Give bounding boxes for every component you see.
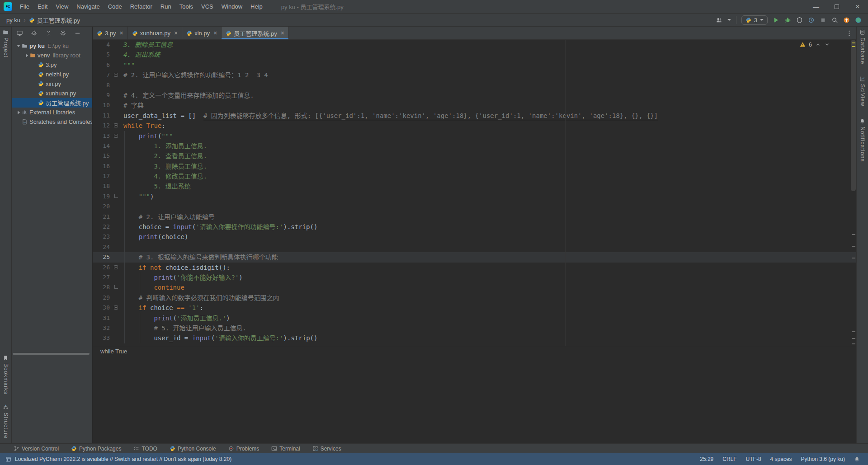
menu-code[interactable]: Code [104,0,126,14]
inspections-widget[interactable]: 6 [800,41,830,48]
menu-vcs[interactable]: VCS [197,0,217,14]
tab-close-icon[interactable]: × [174,29,178,37]
ide-status-orb-icon[interactable] [855,17,862,23]
tab-close-icon[interactable]: × [213,29,217,37]
tool-stripe-button[interactable]: Project [3,29,9,57]
tree-item[interactable]: neizhi.py [12,70,92,79]
horizontal-scrollbar[interactable] [13,353,90,355]
tool-window-button-version-control[interactable]: Version Control [14,446,59,452]
menu-navigate[interactable]: Navigate [72,0,104,14]
tool-window-button-todo[interactable]: TODO [133,446,157,452]
code-line-24[interactable]: 24 [93,242,856,252]
fold-marker-icon[interactable]: − [114,73,118,77]
run-configuration-select[interactable]: 3 [741,15,768,25]
code-line-22[interactable]: 22 choice = input('请输入你要操作的功能编号:').strip… [93,222,856,232]
code-with-me-icon[interactable] [716,17,722,23]
menu-window[interactable]: Window [217,0,246,14]
menu-help[interactable]: Help [246,0,267,14]
code-line-14[interactable]: 14 1. 添加员工信息. [93,141,856,151]
tree-item[interactable]: 3.py [12,60,92,70]
menu-tools[interactable]: Tools [175,0,197,14]
tree-item[interactable]: venvlibrary root [12,51,92,60]
code-line-28[interactable]: 28 continue [93,282,856,292]
view-mode-icon[interactable] [16,30,23,37]
debug-button[interactable] [784,17,791,23]
code-line-31[interactable]: 31 print('添加员工信息.') [93,313,856,323]
code-line-30[interactable]: 30− if choice == '1': [93,303,856,313]
tool-window-button-python-packages[interactable]: Python Packages [71,446,121,452]
tree-item[interactable]: xin.py [12,79,92,89]
tool-stripe-button[interactable]: Database [859,29,866,64]
menu-refactor[interactable]: Refactor [126,0,156,14]
minimize-button[interactable]: — [806,0,826,14]
tool-window-button-terminal[interactable]: Terminal [271,446,300,452]
code-line-32[interactable]: 32 # 5. 开始让用户输入员工信息. [93,323,856,333]
code-line-12[interactable]: 12−while True: [93,121,856,131]
editor-tab[interactable]: xin.py× [182,27,222,39]
stripe-mark[interactable] [852,234,855,235]
ide-message-icon[interactable] [5,456,11,462]
fold-end-icon[interactable] [114,194,118,198]
tool-stripe-button[interactable]: SciView [859,76,866,106]
stop-button[interactable] [820,17,826,23]
locate-file-icon[interactable] [31,30,38,37]
editor-tab[interactable]: 员工管理系统.py× [222,27,289,39]
code-line-21[interactable]: 21 # 2. 让用户输入功能编号 [93,212,856,222]
code-line-15[interactable]: 15 2. 查看员工信息. [93,151,856,161]
editor-breadcrumb[interactable]: while True [93,346,856,357]
code-line-10[interactable]: 10# 字典 [93,100,856,110]
code-line-4[interactable]: 43. 删除员工信息 [93,40,856,50]
menu-edit[interactable]: Edit [33,0,52,14]
code-line-29[interactable]: 29 # 判断输入的数字必须在我们的功能编号范围之内 [93,293,856,303]
code-line-7[interactable]: 7−# 2. 让用户输入它想操作的功能编号：1 2 3 4 [93,70,856,80]
update-available-icon[interactable] [843,17,850,23]
tab-close-icon[interactable]: × [120,29,123,37]
tree-item[interactable]: Scratches and Consoles [12,117,92,127]
next-warning-icon[interactable] [824,42,830,47]
code-line-8[interactable]: 8 [93,80,856,90]
tab-close-icon[interactable]: × [281,29,284,37]
notifications-bell-icon[interactable] [854,456,860,462]
python-interpreter[interactable]: Python 3.6 (py ku) [801,456,845,462]
hide-panel-icon[interactable] [74,30,81,37]
code-line-27[interactable]: 27 print('你能不能好好输入?') [93,272,856,282]
profiler-button[interactable] [808,17,815,23]
stripe-mark[interactable] [852,338,855,339]
code-line-5[interactable]: 54. 退出系统 [93,50,856,60]
code-line-13[interactable]: 13− print(""" [93,131,856,141]
breadcrumb-file[interactable]: 员工管理系统.py [37,16,80,24]
menu-view[interactable]: View [52,0,72,14]
code-editor[interactable]: 43. 删除员工信息54. 退出系统6"""7−# 2. 让用户输入它想操作的功… [93,40,856,346]
code-line-16[interactable]: 16 3. 删除员工信息. [93,161,856,171]
stripe-mark[interactable] [852,331,855,332]
stripe-mark[interactable] [852,246,855,247]
fold-end-icon[interactable] [114,285,118,289]
scrollbar-thumb[interactable] [851,40,856,191]
tree-chevron-icon[interactable] [24,54,30,57]
close-button[interactable]: × [847,0,868,14]
code-line-18[interactable]: 18 5. 退出系统 [93,181,856,191]
code-line-9[interactable]: 9# 4. 定义一个变量用来存储添加的员工信息. [93,90,856,100]
tool-window-button-python-console[interactable]: Python Console [170,446,216,452]
fold-marker-icon[interactable]: − [114,123,118,127]
tool-window-button-problems[interactable]: Problems [228,446,259,452]
stripe-mark[interactable] [852,343,855,344]
fold-marker-icon[interactable]: − [114,305,118,310]
maximize-button[interactable] [826,0,847,14]
editor-tab[interactable]: xunhuan.py× [128,27,182,39]
tool-stripe-button[interactable]: Bookmarks [3,355,9,395]
search-everywhere-icon[interactable] [831,17,838,23]
tab-options-icon[interactable] [846,30,853,37]
status-message[interactable]: Localized PyCharm 2022.2 is available //… [15,456,231,462]
code-line-23[interactable]: 23 print(choice) [93,232,856,242]
code-line-20[interactable]: 20 [93,202,856,211]
tool-stripe-button[interactable]: Notifications [859,118,866,162]
menu-run[interactable]: Run [156,0,175,14]
pycharm-logo-icon[interactable]: PC [4,2,12,11]
tree-chevron-icon[interactable] [15,111,22,114]
tree-chevron-icon[interactable] [15,45,22,47]
file-encoding[interactable]: UTF-8 [746,456,761,462]
code-line-6[interactable]: 6""" [93,60,856,70]
tree-item[interactable]: xunhuan.py [12,89,92,98]
tool-stripe-button[interactable]: Structure [3,404,9,439]
